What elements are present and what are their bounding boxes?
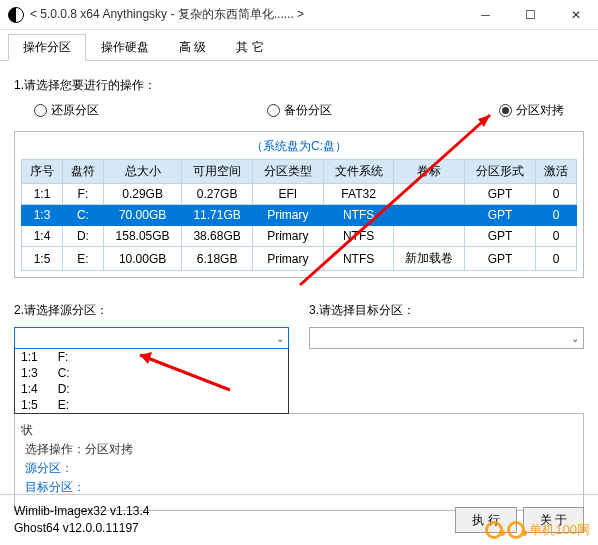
status-src: 源分区：: [25, 460, 573, 477]
partition-table-frame: （系统盘为C:盘） 序号盘符总大小可用空间分区类型文件系统卷标分区形式激活 1:…: [14, 131, 584, 278]
version-line1: Wimlib-Imagex32 v1.13.4: [14, 503, 449, 520]
table-cell: FAT32: [323, 184, 394, 205]
radio-label: 分区对拷: [516, 102, 564, 119]
table-cell: 11.71GB: [182, 205, 253, 226]
table-header[interactable]: 总大小: [103, 160, 181, 184]
dropdown-option[interactable]: 1:5 E:: [15, 397, 288, 413]
window-controls: ─ ☐ ✕: [463, 0, 598, 30]
version-info: Wimlib-Imagex32 v1.13.4 Ghost64 v12.0.0.…: [14, 503, 449, 537]
watermark-icon: [507, 521, 525, 539]
table-header[interactable]: 文件系统: [323, 160, 394, 184]
table-cell: 0: [535, 247, 576, 271]
table-row[interactable]: 1:1F:0.29GB0.27GBEFIFAT32GPT0: [22, 184, 577, 205]
table-row[interactable]: 1:5E:10.00GB6.18GBPrimaryNTFS新加载卷GPT0: [22, 247, 577, 271]
radio-clone[interactable]: 分区对拷: [499, 102, 564, 119]
chevron-down-icon: ⌄: [571, 333, 579, 344]
radio-label: 备份分区: [284, 102, 332, 119]
table-cell: 0: [535, 184, 576, 205]
tab-other[interactable]: 其 它: [221, 34, 278, 61]
app-icon: [8, 7, 24, 23]
table-cell: 0: [535, 226, 576, 247]
table-cell: 38.68GB: [182, 226, 253, 247]
table-cell: Primary: [252, 205, 323, 226]
close-button[interactable]: ✕: [553, 0, 598, 30]
table-cell: E:: [62, 247, 103, 271]
radio-restore[interactable]: 还原分区: [34, 102, 99, 119]
watermark: 单机100网: [485, 521, 590, 539]
radio-icon: [34, 104, 47, 117]
table-header[interactable]: 分区类型: [252, 160, 323, 184]
source-dropdown[interactable]: ⌄: [14, 327, 289, 349]
table-cell: [394, 184, 465, 205]
table-row[interactable]: 1:4D:158.05GB38.68GBPrimaryNTFSGPT0: [22, 226, 577, 247]
radio-icon: [499, 104, 512, 117]
radio-icon: [267, 104, 280, 117]
version-line2: Ghost64 v12.0.0.11197: [14, 520, 449, 537]
maximize-button[interactable]: ☐: [508, 0, 553, 30]
table-cell: GPT: [465, 226, 536, 247]
table-cell: 1:5: [22, 247, 63, 271]
table-cell: 6.18GB: [182, 247, 253, 271]
table-cell: GPT: [465, 184, 536, 205]
table-cell: GPT: [465, 247, 536, 271]
tab-disk[interactable]: 操作硬盘: [86, 34, 164, 61]
dropdown-option[interactable]: 1:4 D:: [15, 381, 288, 397]
table-cell: D:: [62, 226, 103, 247]
table-cell: [394, 205, 465, 226]
chevron-down-icon: ⌄: [276, 333, 284, 344]
table-cell: NTFS: [323, 205, 394, 226]
table-cell: C:: [62, 205, 103, 226]
table-cell: 0.29GB: [103, 184, 181, 205]
table-cell: 新加载卷: [394, 247, 465, 271]
table-cell: GPT: [465, 205, 536, 226]
table-cell: Primary: [252, 247, 323, 271]
target-dropdown[interactable]: ⌄: [309, 327, 584, 349]
minimize-button[interactable]: ─: [463, 0, 508, 30]
radio-label: 还原分区: [51, 102, 99, 119]
titlebar: < 5.0.0.8 x64 Anythingsky - 复杂的东西简单化....…: [0, 0, 598, 30]
table-cell: [394, 226, 465, 247]
watermark-icon: [485, 521, 503, 539]
table-header[interactable]: 激活: [535, 160, 576, 184]
radio-backup[interactable]: 备份分区: [267, 102, 332, 119]
table-header[interactable]: 可用空间: [182, 160, 253, 184]
tab-partition[interactable]: 操作分区: [8, 34, 86, 61]
dropdown-option[interactable]: 1:1 F:: [15, 349, 288, 365]
table-cell: NTFS: [323, 247, 394, 271]
table-cell: 1:1: [22, 184, 63, 205]
table-header[interactable]: 序号: [22, 160, 63, 184]
table-cell: 1:3: [22, 205, 63, 226]
source-dropdown-list: 1:1 F:1:3 C:1:4 D:1:5 E:: [14, 349, 289, 414]
table-cell: 158.05GB: [103, 226, 181, 247]
table-cell: 0: [535, 205, 576, 226]
step3-label: 3.请选择目标分区：: [309, 302, 584, 319]
table-header[interactable]: 分区形式: [465, 160, 536, 184]
table-cell: NTFS: [323, 226, 394, 247]
table-cell: EFI: [252, 184, 323, 205]
table-header[interactable]: 盘符: [62, 160, 103, 184]
step2-label: 2.请选择源分区：: [14, 302, 289, 319]
table-row[interactable]: 1:3C:70.00GB11.71GBPrimaryNTFSGPT0: [22, 205, 577, 226]
table-cell: 1:4: [22, 226, 63, 247]
window-title: < 5.0.0.8 x64 Anythingsky - 复杂的东西简单化....…: [30, 6, 463, 23]
table-cell: 10.00GB: [103, 247, 181, 271]
tab-bar: 操作分区 操作硬盘 高 级 其 它: [0, 30, 598, 61]
status-heading: 状: [21, 422, 573, 439]
table-cell: 70.00GB: [103, 205, 181, 226]
dropdown-option[interactable]: 1:3 C:: [15, 365, 288, 381]
table-header[interactable]: 卷标: [394, 160, 465, 184]
table-cell: Primary: [252, 226, 323, 247]
partition-table: 序号盘符总大小可用空间分区类型文件系统卷标分区形式激活 1:1F:0.29GB0…: [21, 159, 577, 271]
tab-advanced[interactable]: 高 级: [164, 34, 221, 61]
table-cell: 0.27GB: [182, 184, 253, 205]
status-op: 选择操作：分区对拷: [25, 441, 573, 458]
step1-label: 1.请选择您要进行的操作：: [14, 77, 584, 94]
watermark-text: 单机100网: [529, 521, 590, 539]
system-disk-label: （系统盘为C:盘）: [21, 138, 577, 155]
table-cell: F:: [62, 184, 103, 205]
